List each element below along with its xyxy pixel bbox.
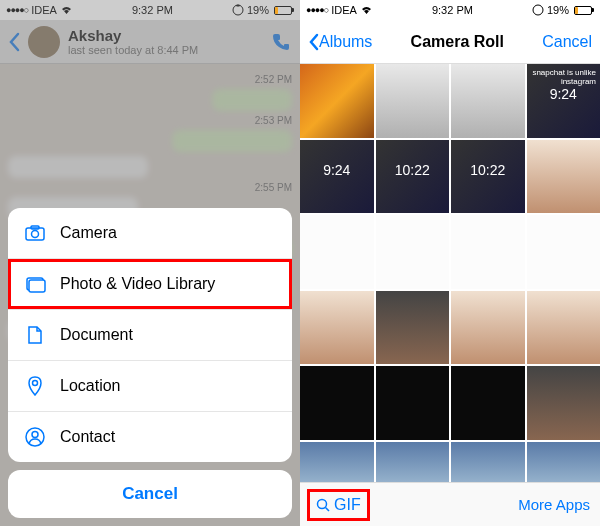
svg-point-3: [32, 231, 39, 238]
action-label: Contact: [60, 428, 115, 446]
signal-dots-icon: ●●●●○: [306, 5, 328, 15]
photo-thumbnail[interactable]: [451, 64, 525, 138]
picker-bottom-bar: GIF More Apps: [300, 482, 600, 526]
search-icon: [316, 498, 330, 512]
action-label: Photo & Video Library: [60, 275, 215, 293]
albums-back-button[interactable]: Albums: [308, 33, 372, 51]
battery-icon: [572, 6, 594, 15]
picker-cancel-button[interactable]: Cancel: [542, 33, 592, 51]
rotation-lock-icon: [532, 4, 544, 16]
action-contact[interactable]: Contact: [8, 412, 292, 462]
more-apps-button[interactable]: More Apps: [518, 496, 590, 513]
photo-thumbnail[interactable]: [376, 215, 450, 289]
signal-dots-icon: ●●●●○: [6, 5, 28, 15]
svg-point-8: [32, 432, 38, 438]
action-photo-video-library[interactable]: Photo & Video Library: [8, 259, 292, 310]
photo-thumbnail[interactable]: [527, 291, 601, 365]
photo-thumbnail[interactable]: 9:24 snapchat is unlike instagram: [527, 64, 601, 138]
battery-icon: [272, 6, 294, 15]
action-document[interactable]: Document: [8, 310, 292, 361]
battery-percent: 19%: [547, 4, 569, 16]
photo-thumbnail[interactable]: [451, 366, 525, 440]
svg-point-10: [318, 499, 327, 508]
gif-search-button[interactable]: GIF: [310, 492, 367, 518]
photo-thumbnail[interactable]: 10:22: [376, 140, 450, 214]
document-icon: [24, 324, 46, 346]
rotation-lock-icon: [232, 4, 244, 16]
carrier-label: IDEA: [31, 4, 57, 16]
action-label: Location: [60, 377, 121, 395]
photo-thumbnail[interactable]: [300, 215, 374, 289]
gif-label: GIF: [334, 496, 361, 514]
status-bar: ●●●●○ IDEA 9:32 PM 19%: [0, 0, 300, 20]
status-time: 9:32 PM: [432, 4, 473, 16]
contact-icon: [24, 426, 46, 448]
action-camera[interactable]: Camera: [8, 208, 292, 259]
photo-thumbnail[interactable]: [376, 366, 450, 440]
svg-line-11: [326, 507, 330, 511]
photo-thumbnail[interactable]: [300, 64, 374, 138]
back-label: Albums: [319, 33, 372, 51]
picker-title: Camera Roll: [411, 33, 504, 51]
svg-point-9: [533, 5, 543, 15]
left-phone-chat-screen: ●●●●○ IDEA 9:32 PM 19%: [0, 0, 300, 526]
svg-rect-5: [29, 280, 45, 292]
photo-thumbnail[interactable]: 10:22: [451, 140, 525, 214]
location-icon: [24, 375, 46, 397]
wifi-icon: [60, 5, 73, 15]
photo-thumbnail[interactable]: [451, 215, 525, 289]
action-location[interactable]: Location: [8, 361, 292, 412]
action-label: Document: [60, 326, 133, 344]
photo-thumbnail[interactable]: [527, 140, 601, 214]
action-label: Camera: [60, 224, 117, 242]
wifi-icon: [360, 5, 373, 15]
attachment-action-sheet: Camera Photo & Video Library Document: [8, 208, 292, 518]
photo-thumbnail[interactable]: 9:24: [300, 140, 374, 214]
picker-navbar: Albums Camera Roll Cancel: [300, 20, 600, 64]
status-bar: ●●●●○ IDEA 9:32 PM 19%: [300, 0, 600, 20]
action-cancel-button[interactable]: Cancel: [8, 470, 292, 518]
photo-thumbnail[interactable]: [376, 291, 450, 365]
photo-grid: 9:24 snapchat is unlike instagram 9:24 1…: [300, 64, 600, 515]
photo-thumbnail[interactable]: [451, 291, 525, 365]
svg-point-6: [33, 381, 38, 386]
photo-thumbnail[interactable]: [300, 366, 374, 440]
photo-thumbnail[interactable]: [527, 366, 601, 440]
right-phone-camera-roll: ●●●●○ IDEA 9:32 PM 19% Albums: [300, 0, 600, 526]
battery-percent: 19%: [247, 4, 269, 16]
status-time: 9:32 PM: [132, 4, 173, 16]
folder-icon: [24, 273, 46, 295]
photo-thumbnail[interactable]: [527, 215, 601, 289]
camera-icon: [24, 222, 46, 244]
carrier-label: IDEA: [331, 4, 357, 16]
photo-thumbnail[interactable]: [300, 291, 374, 365]
photo-thumbnail[interactable]: [376, 64, 450, 138]
